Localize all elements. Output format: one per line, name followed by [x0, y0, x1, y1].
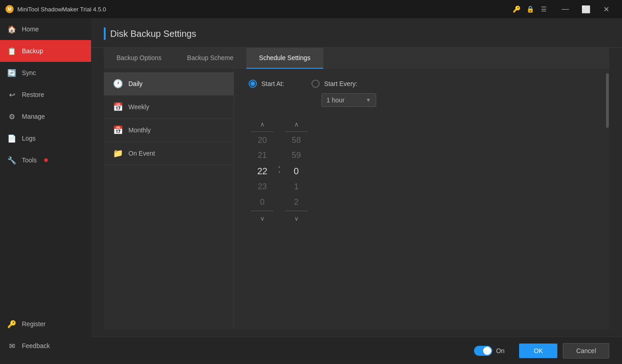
page-title: Disk Backup Settings: [110, 29, 196, 39]
dropdown-label: 1 hour: [326, 96, 362, 104]
hour-current: 22: [249, 163, 276, 179]
sidebar-label-manage: Manage: [22, 113, 45, 120]
settings-scrollbar[interactable]: [606, 69, 609, 329]
radio-start-every-circle: [311, 80, 320, 88]
content-area: Disk Backup Settings Backup Options Back…: [91, 18, 622, 364]
minutes-divider-bottom: [285, 211, 308, 211]
sidebar-label-backup: Backup: [22, 47, 43, 55]
home-icon: 🏠: [7, 25, 16, 34]
minute-58: 58: [283, 133, 310, 148]
toggle-thumb: [483, 347, 491, 355]
sidebar-item-tools[interactable]: 🔧 Tools: [0, 149, 91, 171]
minimize-button[interactable]: —: [555, 2, 576, 16]
sidebar-item-restore[interactable]: ↩ Restore: [0, 84, 91, 106]
manage-icon: ⚙: [7, 112, 16, 121]
dialog-content: Backup Options Backup Scheme Schedule Se…: [91, 48, 622, 337]
time-colon-separator: :: [276, 162, 283, 180]
sidebar-label-tools: Tools: [22, 157, 37, 164]
schedule-item-monthly[interactable]: 📅 Monthly: [104, 119, 234, 142]
hours-divider-bottom: [251, 211, 274, 211]
sidebar-item-feedback[interactable]: ✉ Feedback: [0, 335, 91, 357]
minute-1: 1: [283, 179, 310, 194]
tab-backup-options[interactable]: Backup Options: [104, 48, 174, 69]
dropdown-arrow-icon: ▼: [366, 97, 371, 103]
titlebar-controls: 🔑 🔒 ☰: [512, 5, 555, 13]
schedule-item-label-on-event: On Event: [128, 150, 155, 157]
tab-schedule-settings[interactable]: Schedule Settings: [246, 48, 323, 69]
schedule-item-daily[interactable]: 🕐 Daily: [104, 72, 234, 96]
icon-lock[interactable]: 🔒: [526, 5, 534, 13]
monthly-icon: 📅: [113, 125, 123, 135]
sync-icon: 🔄: [7, 68, 16, 77]
restore-button[interactable]: ⬜: [576, 2, 596, 16]
hour-21: 21: [249, 148, 276, 163]
hour-0: 0: [249, 195, 276, 210]
weekly-icon: 📅: [113, 102, 123, 112]
sidebar-label-logs: Logs: [22, 135, 36, 142]
ok-button[interactable]: OK: [519, 344, 557, 358]
radio-start-at-circle: [249, 80, 257, 88]
toggle-label: On: [496, 347, 505, 354]
radio-start-at-label: Start At:: [261, 80, 284, 87]
sidebar-label-feedback: Feedback: [22, 342, 50, 349]
radio-start-every[interactable]: Start Every:: [311, 80, 357, 88]
hour-20: 20: [249, 133, 276, 148]
minute-current: 0: [283, 163, 310, 179]
logs-icon: 📄: [7, 134, 16, 143]
tab-bar: Backup Options Backup Scheme Schedule Se…: [104, 48, 609, 69]
schedule-item-label-monthly: Monthly: [128, 126, 151, 134]
hours-divider-top: [251, 131, 274, 132]
minute-2: 2: [283, 195, 310, 210]
cancel-button[interactable]: Cancel: [563, 343, 609, 359]
backup-icon: 📋: [7, 46, 16, 56]
interval-dropdown[interactable]: 1 hour ▼: [321, 93, 376, 107]
schedule-item-label-weekly: Weekly: [128, 103, 149, 111]
titlebar: M MiniTool ShadowMaker Trial 4.5.0 🔑 🔒 ☰…: [0, 0, 622, 18]
sidebar-label-home: Home: [22, 25, 39, 33]
restore-icon: ↩: [7, 90, 16, 99]
sidebar-item-backup[interactable]: 📋 Backup: [0, 40, 91, 62]
sidebar-item-manage[interactable]: ⚙ Manage: [0, 106, 91, 127]
icon-menu[interactable]: ☰: [540, 5, 548, 13]
schedule-item-label-daily: Daily: [128, 80, 143, 87]
tools-notification-dot: [44, 158, 48, 162]
sidebar-bottom: 🔑 Register ✉ Feedback: [0, 313, 91, 364]
sidebar-item-home[interactable]: 🏠 Home: [0, 18, 91, 40]
scrollbar-thumb: [606, 73, 609, 128]
tools-icon: 🔧: [7, 156, 16, 165]
page-header: Disk Backup Settings: [91, 18, 622, 48]
sidebar-label-restore: Restore: [22, 91, 44, 98]
sidebar-item-register[interactable]: 🔑 Register: [0, 313, 91, 335]
icon-key[interactable]: 🔑: [512, 5, 520, 13]
tab-backup-scheme[interactable]: Backup Scheme: [174, 48, 246, 69]
sidebar-item-sync[interactable]: 🔄 Sync: [0, 62, 91, 84]
close-button[interactable]: ✕: [596, 2, 617, 16]
tab-content: 🕐 Daily 📅 Weekly 📅 Monthly 📁 On Event: [104, 69, 609, 329]
schedule-toggle[interactable]: [474, 346, 492, 356]
radio-start-at[interactable]: Start At:: [249, 80, 284, 88]
schedule-item-weekly[interactable]: 📅 Weekly: [104, 96, 234, 119]
daily-icon: 🕐: [113, 79, 123, 89]
on-event-icon: 📁: [113, 148, 123, 158]
sidebar: 🏠 Home 📋 Backup 🔄 Sync ↩ Restore ⚙ Manag…: [0, 18, 91, 364]
header-accent: [104, 27, 106, 40]
sidebar-item-logs[interactable]: 📄 Logs: [0, 127, 91, 149]
hours-down-arrow[interactable]: ∨: [255, 212, 269, 225]
hour-23: 23: [249, 179, 276, 194]
time-picker: ∧ 20 21 22 23 0 ∨ :: [249, 118, 591, 225]
schedule-settings-panel: Start At: Start Every: 1 hour ▼: [234, 69, 606, 329]
minutes-divider-top: [285, 131, 308, 132]
minutes-up-arrow[interactable]: ∧: [290, 118, 303, 131]
footer: On OK Cancel: [91, 337, 622, 364]
toggle-container: On: [474, 346, 505, 356]
hours-up-arrow[interactable]: ∧: [255, 118, 269, 131]
schedule-sidebar: 🕐 Daily 📅 Weekly 📅 Monthly 📁 On Event: [104, 69, 234, 329]
app-title: MiniTool ShadowMaker Trial 4.5.0: [17, 6, 512, 13]
sidebar-label-sync: Sync: [22, 69, 36, 76]
app-logo: M: [5, 5, 14, 13]
radio-start-every-label: Start Every:: [324, 80, 357, 87]
feedback-icon: ✉: [7, 341, 16, 350]
schedule-item-on-event[interactable]: 📁 On Event: [104, 142, 234, 165]
minutes-down-arrow[interactable]: ∨: [290, 212, 303, 225]
main-container: 🏠 Home 📋 Backup 🔄 Sync ↩ Restore ⚙ Manag…: [0, 18, 622, 364]
